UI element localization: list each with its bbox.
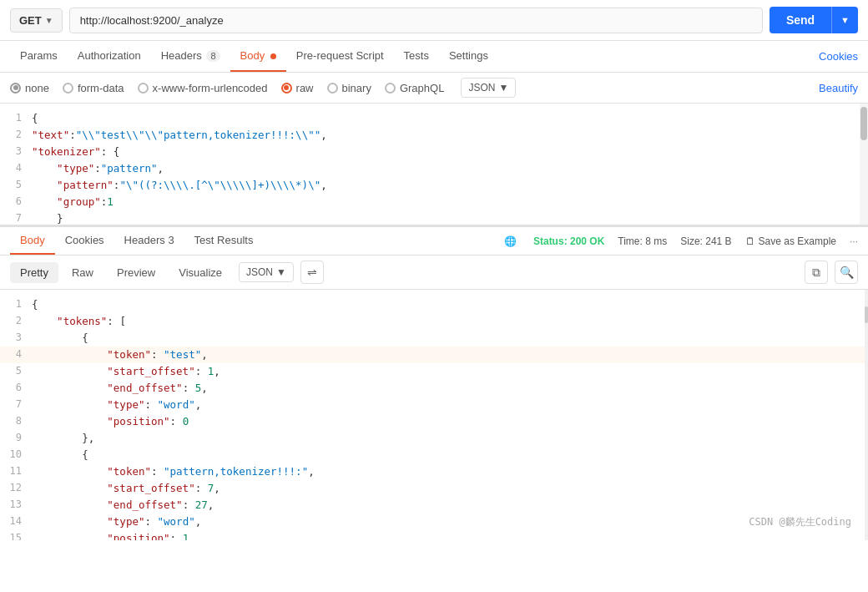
view-tab-preview[interactable]: Preview bbox=[107, 262, 165, 283]
req-line-2: 2 "text":"\\"test\\"\\"pattern,tokenizer… bbox=[0, 127, 868, 144]
radio-form-data[interactable]: form-data bbox=[63, 82, 124, 94]
response-tabs-bar: Body Cookies Headers 3 Test Results 🌐 St… bbox=[0, 227, 868, 256]
more-options-icon[interactable]: ··· bbox=[850, 235, 858, 247]
res-line-5: 5 "start_offset": 1, bbox=[0, 363, 868, 380]
method-select[interactable]: GET ▼ bbox=[10, 8, 63, 33]
view-tab-visualize[interactable]: Visualize bbox=[169, 262, 232, 283]
response-status-bar: 🌐 Status: 200 OK Time: 8 ms Size: 241 B … bbox=[504, 235, 858, 247]
res-tab-headers[interactable]: Headers 3 bbox=[114, 227, 184, 255]
req-line-1: 1 { bbox=[0, 110, 868, 127]
copy-button[interactable]: ⧉ bbox=[805, 261, 828, 284]
send-button[interactable]: Send bbox=[770, 7, 831, 33]
res-tab-test-results[interactable]: Test Results bbox=[184, 227, 264, 255]
save-icon: 🗒 bbox=[745, 235, 755, 247]
res-line-11: 11 "token": "pattern,tokenizer!!!:", bbox=[0, 463, 868, 480]
res-format-chevron-icon: ▼ bbox=[276, 266, 286, 278]
res-line-9: 9 }, bbox=[0, 430, 868, 447]
response-view-tabs: Pretty Raw Preview Visualize JSON ▼ ⇌ ⧉ … bbox=[0, 256, 868, 290]
res-headers-badge: 3 bbox=[168, 234, 174, 246]
view-tab-pretty[interactable]: Pretty bbox=[10, 262, 58, 283]
tab-headers[interactable]: Headers 8 bbox=[151, 41, 230, 72]
size-label: Size: 241 B bbox=[680, 235, 731, 247]
tab-settings[interactable]: Settings bbox=[439, 41, 498, 72]
radio-none[interactable]: none bbox=[10, 82, 49, 94]
request-body-editor[interactable]: 1 { 2 "text":"\\"test\\"\\"pattern,token… bbox=[0, 104, 868, 227]
tab-authorization[interactable]: Authorization bbox=[68, 41, 151, 72]
tab-params[interactable]: Params bbox=[10, 41, 68, 72]
tab-body[interactable]: Body bbox=[230, 41, 286, 72]
send-button-group: Send ▼ bbox=[770, 7, 858, 33]
res-line-12: 12 "start_offset": 7, bbox=[0, 480, 868, 497]
radio-raw-circle bbox=[281, 83, 292, 94]
req-line-5: 5 "pattern":"\"((?:\\\\.[^\"\\\\\]+)\\\\… bbox=[0, 177, 868, 194]
body-active-dot bbox=[270, 53, 276, 59]
time-label: Time: 8 ms bbox=[618, 235, 667, 247]
url-input[interactable] bbox=[69, 8, 763, 33]
search-button[interactable]: 🔍 bbox=[835, 261, 858, 284]
res-line-4: 4 "token": "test", bbox=[0, 347, 868, 363]
radio-none-circle bbox=[10, 83, 21, 94]
request-bar: GET ▼ Send ▼ bbox=[0, 0, 868, 41]
wrap-button[interactable]: ⇌ bbox=[300, 261, 324, 284]
editor-scrollbar[interactable] bbox=[860, 104, 868, 225]
req-line-7: 7 } bbox=[0, 210, 868, 227]
res-line-3: 3 { bbox=[0, 330, 868, 347]
res-line-1: 1 { bbox=[0, 296, 868, 313]
beautify-button[interactable]: Beautify bbox=[819, 82, 858, 94]
radio-urlencoded[interactable]: x-www-form-urlencoded bbox=[138, 82, 268, 94]
res-line-14: 14 "type": "word", bbox=[0, 514, 868, 530]
send-dropdown-button[interactable]: ▼ bbox=[831, 7, 858, 33]
res-action-icons: ⧉ 🔍 bbox=[805, 261, 858, 284]
res-tab-cookies[interactable]: Cookies bbox=[55, 227, 114, 255]
body-options-bar: none form-data x-www-form-urlencoded raw… bbox=[0, 73, 868, 104]
cookies-link[interactable]: Cookies bbox=[819, 50, 858, 63]
globe-icon: 🌐 bbox=[504, 235, 517, 247]
method-chevron-icon: ▼ bbox=[45, 16, 53, 25]
req-line-4: 4 "type":"pattern", bbox=[0, 160, 868, 177]
headers-badge: 8 bbox=[206, 50, 220, 62]
radio-graphql-circle bbox=[385, 83, 396, 94]
method-label: GET bbox=[19, 14, 42, 27]
response-scrollbar[interactable] bbox=[865, 290, 868, 540]
res-line-15: 15 "position": 1 bbox=[0, 530, 868, 540]
format-chevron-icon: ▼ bbox=[498, 82, 508, 94]
view-tab-raw[interactable]: Raw bbox=[62, 262, 103, 283]
tab-tests[interactable]: Tests bbox=[394, 41, 439, 72]
req-line-3: 3 "tokenizer": { bbox=[0, 144, 868, 160]
response-scroll-thumb bbox=[865, 306, 868, 323]
radio-graphql[interactable]: GraphQL bbox=[385, 82, 444, 94]
response-body-viewer: 1 { 2 "tokens": [ 3 { 4 "token": "test",… bbox=[0, 290, 868, 540]
res-line-7: 7 "type": "word", bbox=[0, 397, 868, 413]
tab-pre-request[interactable]: Pre-request Script bbox=[286, 41, 394, 72]
body-format-select[interactable]: JSON ▼ bbox=[461, 78, 516, 98]
watermark: CSDN @麟先生Coding bbox=[749, 514, 851, 530]
res-line-8: 8 "position": 0 bbox=[0, 413, 868, 430]
radio-raw[interactable]: raw bbox=[281, 82, 314, 94]
request-tabs: Params Authorization Headers 8 Body Pre-… bbox=[0, 41, 868, 73]
res-tab-body[interactable]: Body bbox=[10, 227, 55, 255]
req-line-6: 6 "group":1 bbox=[0, 194, 868, 210]
radio-binary[interactable]: binary bbox=[327, 82, 371, 94]
res-line-10: 10 { bbox=[0, 447, 868, 463]
res-line-6: 6 "end_offset": 5, bbox=[0, 380, 868, 397]
editor-scroll-thumb bbox=[860, 107, 867, 140]
res-line-13: 13 "end_offset": 27, bbox=[0, 497, 868, 514]
res-line-2: 2 "tokens": [ bbox=[0, 313, 868, 330]
radio-form-data-circle bbox=[63, 83, 73, 94]
status-label: Status: 200 OK bbox=[533, 235, 604, 247]
res-format-select[interactable]: JSON ▼ bbox=[239, 262, 294, 282]
save-example-button[interactable]: 🗒 Save as Example bbox=[745, 235, 836, 247]
radio-urlencoded-circle bbox=[138, 83, 149, 94]
radio-binary-circle bbox=[327, 83, 338, 94]
